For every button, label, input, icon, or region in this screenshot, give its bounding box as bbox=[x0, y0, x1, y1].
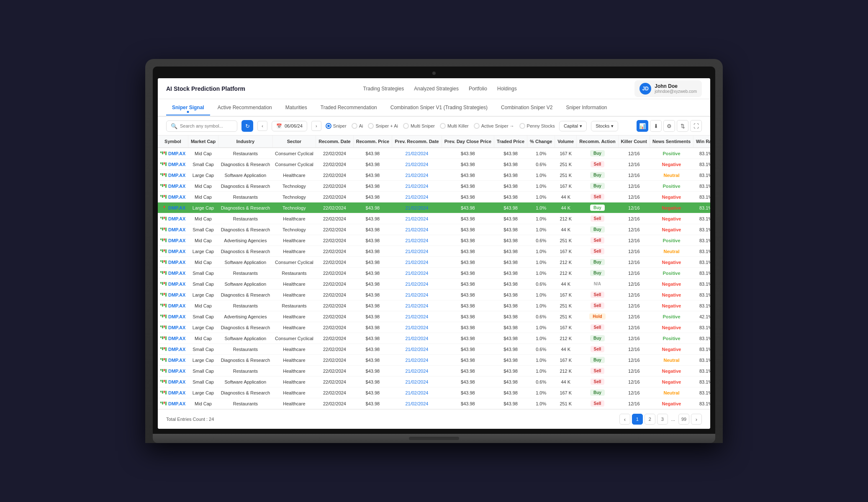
prev-date-link[interactable]: 21/02/2024 bbox=[405, 401, 428, 406]
prev-date-link[interactable]: 21/02/2024 bbox=[405, 390, 428, 395]
radio-multi-killer[interactable]: Multi Killer bbox=[440, 123, 469, 129]
table-row[interactable]: DMP.AX Large Cap Diagnostics & Research … bbox=[158, 355, 710, 366]
table-row[interactable]: DMP.AX Mid Cap Restaurants Technology 22… bbox=[158, 192, 710, 202]
col-industry[interactable]: Industry bbox=[218, 136, 272, 148]
radio-sniper[interactable]: Sniper bbox=[326, 123, 347, 129]
nav-link-trading[interactable]: Trading Strategies bbox=[363, 86, 404, 92]
prev-date-link[interactable]: 21/02/2024 bbox=[405, 216, 428, 221]
next-page-button[interactable]: › bbox=[691, 414, 702, 425]
prev-date-link[interactable]: 21/02/2024 bbox=[405, 271, 428, 276]
table-row[interactable]: DMP.AX Large Cap Diagnostics & Research … bbox=[158, 202, 710, 213]
table-row[interactable]: DMP.AX Large Cap Diagnostics & Research … bbox=[158, 387, 710, 398]
tab-sniper-signal[interactable]: Sniper Signal bbox=[166, 100, 210, 115]
col-traded-price[interactable]: Traded Price bbox=[494, 136, 527, 148]
col-pct-change[interactable]: % Change bbox=[527, 136, 555, 148]
prev-date-link[interactable]: 21/02/2024 bbox=[405, 195, 428, 200]
table-row[interactable]: DMP.AX Small Cap Software Application He… bbox=[158, 279, 710, 289]
table-row[interactable]: DMP.AX Mid Cap Advertising Agencies Heal… bbox=[158, 235, 710, 246]
search-box[interactable]: 🔍 bbox=[166, 120, 237, 132]
prev-date-link[interactable]: 21/02/2024 bbox=[405, 260, 428, 265]
prev-date-link[interactable]: 21/02/2024 bbox=[405, 358, 428, 363]
prev-date-link[interactable]: 21/02/2024 bbox=[405, 238, 428, 243]
col-volume[interactable]: Volume bbox=[555, 136, 577, 148]
stocks-dropdown[interactable]: Stocks ▾ bbox=[591, 121, 618, 131]
col-recomm-action[interactable]: Recomm. Action bbox=[577, 136, 618, 148]
page-1-button[interactable]: 1 bbox=[632, 414, 643, 425]
table-row[interactable]: DMP.AX Small Cap Software Application He… bbox=[158, 376, 710, 387]
table-row[interactable]: DMP.AX Large Cap Diagnostics & Research … bbox=[158, 289, 710, 300]
nav-link-analyzed[interactable]: Analyzed Strategies bbox=[414, 86, 459, 92]
prev-date-link[interactable]: 21/02/2024 bbox=[405, 336, 428, 341]
page-99-button[interactable]: 99 bbox=[678, 414, 689, 425]
radio-penny-stocks[interactable]: Penny Stocks bbox=[519, 123, 555, 129]
filter-icon-button[interactable]: ⚙ bbox=[663, 120, 675, 132]
prev-date-link[interactable]: 21/02/2024 bbox=[405, 173, 428, 178]
prev-date-link[interactable]: 21/02/2024 bbox=[405, 205, 428, 210]
col-news-sentiment[interactable]: News Sentiments bbox=[650, 136, 693, 148]
prev-date-link[interactable]: 21/02/2024 bbox=[405, 292, 428, 297]
tab-combination-sniper-v1[interactable]: Combination Sniper V1 (Trading Strategie… bbox=[385, 100, 493, 115]
next-button[interactable]: › bbox=[311, 121, 321, 131]
table-row[interactable]: DMP.AX Mid Cap Restaurants Restaurants 2… bbox=[158, 300, 710, 311]
capital-dropdown[interactable]: Capital ▾ bbox=[559, 121, 587, 131]
prev-date-link[interactable]: 21/02/2024 bbox=[405, 369, 428, 374]
tab-active-recommendation[interactable]: Active Recommendation bbox=[212, 100, 278, 115]
page-2-button[interactable]: 2 bbox=[645, 414, 655, 425]
table-row[interactable]: DMP.AX Small Cap Advertising Agencies He… bbox=[158, 311, 710, 322]
table-row[interactable]: DMP.AX Mid Cap Restaurants Consumer Cycl… bbox=[158, 148, 710, 159]
prev-page-button[interactable]: ‹ bbox=[619, 414, 630, 425]
table-row[interactable]: DMP.AX Small Cap Restaurants Restaurants… bbox=[158, 268, 710, 279]
download-icon-button[interactable]: ⬇ bbox=[650, 120, 662, 132]
col-recomm-price[interactable]: Recomm. Price bbox=[353, 136, 392, 148]
prev-date-link[interactable]: 21/02/2024 bbox=[405, 184, 428, 189]
nav-link-holdings[interactable]: Holdings bbox=[497, 86, 517, 92]
tab-traded-recommendation[interactable]: Traded Recommendation bbox=[315, 100, 383, 115]
table-row[interactable]: DMP.AX Small Cap Restaurants Healthcare … bbox=[158, 344, 710, 355]
col-win-rate[interactable]: Win Rate bbox=[693, 136, 710, 148]
prev-date-link[interactable]: 21/02/2024 bbox=[405, 162, 428, 167]
table-row[interactable]: DMP.AX Mid Cap Restaurants Healthcare 22… bbox=[158, 398, 710, 409]
prev-date-link[interactable]: 21/02/2024 bbox=[405, 249, 428, 254]
nav-link-portfolio[interactable]: Portfolio bbox=[469, 86, 487, 92]
refresh-button[interactable]: ↻ bbox=[241, 120, 253, 132]
prev-date-link[interactable]: 21/02/2024 bbox=[405, 325, 428, 330]
prev-date-link[interactable]: 21/02/2024 bbox=[405, 303, 428, 308]
col-market-cap[interactable]: Market Cap bbox=[188, 136, 218, 148]
date-picker[interactable]: 📅 06/06/24 bbox=[272, 121, 307, 131]
prev-date-link[interactable]: 21/02/2024 bbox=[405, 282, 428, 287]
radio-multi-sniper[interactable]: Multi Sniper bbox=[403, 123, 435, 129]
prev-date-link[interactable]: 21/02/2024 bbox=[405, 314, 428, 319]
col-killer-count[interactable]: Killer Count bbox=[618, 136, 650, 148]
col-symbol[interactable]: Symbol bbox=[158, 136, 188, 148]
col-recomm-date[interactable]: Recomm. Date bbox=[316, 136, 353, 148]
table-row[interactable]: DMP.AX Large Cap Diagnostics & Research … bbox=[158, 322, 710, 333]
expand-icon-button[interactable]: ⛶ bbox=[690, 120, 702, 132]
table-row[interactable]: DMP.AX Large Cap Diagnostics & Research … bbox=[158, 246, 710, 257]
col-sector[interactable]: Sector bbox=[272, 136, 316, 148]
table-row[interactable]: DMP.AX Mid Cap Restaurants Healthcare 22… bbox=[158, 213, 710, 224]
user-profile[interactable]: JD John Doe johndoe@xyzweb.com bbox=[634, 80, 702, 97]
prev-date-link[interactable]: 21/02/2024 bbox=[405, 227, 428, 232]
tab-combination-sniper-v2[interactable]: Combination Sniper V2 bbox=[495, 100, 558, 115]
tab-maturities[interactable]: Maturities bbox=[280, 100, 313, 115]
search-input[interactable] bbox=[180, 123, 233, 128]
table-row[interactable]: DMP.AX Mid Cap Diagnostics & Research Te… bbox=[158, 181, 710, 192]
table-row[interactable]: DMP.AX Small Cap Diagnostics & Research … bbox=[158, 224, 710, 235]
page-3-button[interactable]: 3 bbox=[657, 414, 668, 425]
chart-icon-button[interactable]: 📊 bbox=[637, 120, 648, 132]
prev-date-link[interactable]: 21/02/2024 bbox=[405, 347, 428, 352]
tab-sniper-information[interactable]: Sniper Information bbox=[560, 100, 613, 115]
col-prev-day-close[interactable]: Prev. Day Close Price bbox=[442, 136, 494, 148]
prev-date-link[interactable]: 21/02/2024 bbox=[405, 379, 428, 384]
table-row[interactable]: DMP.AX Large Cap Software Application He… bbox=[158, 170, 710, 181]
radio-ai[interactable]: Ai bbox=[352, 123, 363, 129]
prev-date-link[interactable]: 21/02/2024 bbox=[405, 151, 428, 156]
col-prev-recomm-date[interactable]: Prev. Recomm. Date bbox=[392, 136, 442, 148]
table-row[interactable]: DMP.AX Small Cap Restaurants Healthcare … bbox=[158, 366, 710, 376]
radio-sniper-ai[interactable]: Sniper + Ai bbox=[368, 123, 398, 129]
prev-button[interactable]: ‹ bbox=[257, 121, 267, 131]
table-row[interactable]: DMP.AX Mid Cap Software Application Cons… bbox=[158, 333, 710, 344]
table-row[interactable]: DMP.AX Small Cap Diagnostics & Research … bbox=[158, 159, 710, 170]
sort-icon-button[interactable]: ⇅ bbox=[677, 120, 688, 132]
table-row[interactable]: DMP.AX Mid Cap Software Application Cons… bbox=[158, 257, 710, 268]
